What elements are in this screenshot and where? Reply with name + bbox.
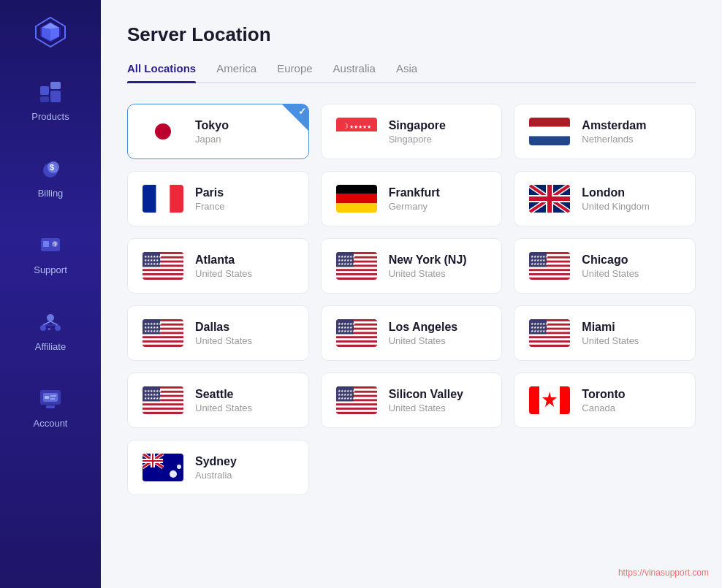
location-country-newyork: United States xyxy=(389,268,467,279)
svg-rect-69 xyxy=(336,271,377,273)
location-name-sydney: Sydney xyxy=(195,455,237,468)
location-country-toronto: Canada xyxy=(582,402,625,413)
location-name-miami: Miami xyxy=(582,321,639,334)
location-country-miami: United States xyxy=(582,335,639,346)
tab-all-locations[interactable]: All Locations xyxy=(127,62,196,82)
location-info-miami: Miami United States xyxy=(582,321,639,346)
locations-grid: Tokyo Japan ☽★★★★★ Singapore Singapore A… xyxy=(127,104,696,495)
location-card-atlanta[interactable]: ★★★★★★ ★★★★★ ★★★★★★ Atlanta United State… xyxy=(127,238,309,294)
location-country-sydney: Australia xyxy=(195,470,237,481)
svg-rect-154 xyxy=(142,460,163,462)
sidebar-item-support[interactable]: ? Support xyxy=(0,225,101,281)
location-country-dallas: United States xyxy=(195,335,252,346)
svg-rect-38 xyxy=(142,185,156,213)
svg-rect-52 xyxy=(529,196,570,201)
location-country-tokyo: Japan xyxy=(195,134,229,145)
svg-rect-102 xyxy=(336,338,377,340)
location-name-seattle: Seattle xyxy=(195,388,252,401)
location-info-london: London United Kingdom xyxy=(582,186,650,212)
location-card-amsterdam[interactable]: Amsterdam Netherlands xyxy=(514,104,696,159)
flag-atlanta: ★★★★★★ ★★★★★ ★★★★★★ xyxy=(142,252,183,280)
svg-text:★★★★★★: ★★★★★★ xyxy=(144,329,162,333)
sidebar-item-account-label: Account xyxy=(34,418,68,429)
flag-toronto xyxy=(529,386,570,414)
sidebar-item-account[interactable]: Account xyxy=(0,378,101,435)
svg-rect-37 xyxy=(529,136,570,145)
svg-point-155 xyxy=(170,470,177,478)
location-country-atlanta: United States xyxy=(195,268,252,279)
location-info-amsterdam: Amsterdam Netherlands xyxy=(582,119,646,145)
svg-rect-112 xyxy=(529,334,570,336)
location-country-losangeles: United States xyxy=(389,335,458,346)
location-tabs: All Locations America Europe Australia A… xyxy=(127,62,696,83)
location-name-losangeles: Los Angeles xyxy=(389,321,458,334)
location-country-london: United Kingdom xyxy=(582,201,650,212)
location-card-singapore[interactable]: ☽★★★★★ Singapore Singapore xyxy=(321,104,503,159)
svg-rect-125 xyxy=(142,410,183,412)
svg-rect-90 xyxy=(142,334,183,336)
tab-america[interactable]: America xyxy=(216,62,256,82)
location-card-miami[interactable]: ★★★★★★ ★★★★★ ★★★★★★ Miami United States xyxy=(514,305,696,361)
location-name-paris: Paris xyxy=(195,186,224,199)
svg-text:★★★★★★: ★★★★★★ xyxy=(338,396,356,400)
svg-point-17 xyxy=(40,325,46,331)
svg-rect-81 xyxy=(529,275,570,278)
svg-rect-141 xyxy=(529,386,539,414)
location-info-singapore: Singapore Singapore xyxy=(389,119,446,145)
flag-singapore: ☽★★★★★ xyxy=(336,118,377,145)
location-card-dallas[interactable]: ★★★★★★ ★★★★★ ★★★★★★ Dallas United States xyxy=(127,305,309,361)
sidebar-item-products-label: Products xyxy=(31,111,69,122)
svg-rect-124 xyxy=(142,405,183,408)
location-info-losangeles: Los Angeles United States xyxy=(389,321,458,346)
svg-rect-113 xyxy=(529,338,570,340)
flag-seattle: ★★★★★★ ★★★★★ ★★★★★★ xyxy=(142,386,183,414)
location-card-sydney[interactable]: Sydney Australia xyxy=(127,440,309,495)
location-card-chicago[interactable]: ★★★★★★ ★★★★★ ★★★★★★ Chicago United State… xyxy=(514,238,696,294)
location-name-atlanta: Atlanta xyxy=(195,253,252,267)
svg-text:★★★★★★: ★★★★★★ xyxy=(338,261,356,266)
tab-europe[interactable]: Europe xyxy=(277,62,312,82)
location-card-siliconvalley[interactable]: ★★★★★★ ★★★★★ ★★★★★★ Silicon Valley Unite… xyxy=(321,373,503,428)
tab-australia[interactable]: Australia xyxy=(333,62,376,82)
location-info-sydney: Sydney Australia xyxy=(195,455,237,481)
svg-rect-25 xyxy=(45,396,49,399)
location-card-paris[interactable]: Paris France xyxy=(127,171,309,226)
flag-losangeles: ★★★★★★ ★★★★★ ★★★★★★ xyxy=(336,319,377,347)
svg-rect-28 xyxy=(46,405,55,408)
svg-rect-70 xyxy=(336,275,377,278)
location-name-chicago: Chicago xyxy=(582,253,639,267)
svg-rect-32 xyxy=(336,131,377,145)
location-name-siliconvalley: Silicon Valley xyxy=(389,388,463,401)
location-card-toronto[interactable]: Toronto Canada xyxy=(514,373,696,428)
location-info-siliconvalley: Silicon Valley United States xyxy=(389,388,463,413)
svg-rect-123 xyxy=(142,401,183,403)
svg-rect-68 xyxy=(336,267,377,269)
svg-text:★★★★★★: ★★★★★★ xyxy=(144,261,162,266)
svg-rect-59 xyxy=(142,275,183,278)
location-info-toronto: Toronto Canada xyxy=(582,388,625,413)
svg-text:★★★★★★: ★★★★★★ xyxy=(338,329,356,333)
tab-asia[interactable]: Asia xyxy=(396,62,417,82)
sidebar-item-affiliate[interactable]: × Affiliate xyxy=(0,302,101,358)
svg-rect-8 xyxy=(50,91,61,102)
svg-rect-80 xyxy=(529,271,570,273)
location-info-frankfurt: Frankfurt Germany xyxy=(389,186,440,212)
location-card-tokyo[interactable]: Tokyo Japan xyxy=(127,104,309,159)
location-card-frankfurt[interactable]: Frankfurt Germany xyxy=(321,171,503,226)
location-card-seattle[interactable]: ★★★★★★ ★★★★★ ★★★★★★ Seattle United State… xyxy=(127,373,309,428)
svg-rect-101 xyxy=(336,334,377,336)
sidebar: Products $ Billing ? Support xyxy=(0,0,101,588)
location-card-newyork[interactable]: ★★★★★★ ★★★★★ ★★★★★★ New York (NJ) United… xyxy=(321,238,503,294)
sidebar-item-products[interactable]: Products xyxy=(0,72,101,128)
location-country-amsterdam: Netherlands xyxy=(582,134,646,145)
flag-paris xyxy=(142,185,183,213)
svg-rect-6 xyxy=(40,96,49,102)
location-card-losangeles[interactable]: ★★★★★★ ★★★★★ ★★★★★★ Los Angeles United S… xyxy=(321,305,503,361)
svg-point-16 xyxy=(47,314,54,321)
location-card-london[interactable]: London United Kingdom xyxy=(514,171,696,226)
location-info-chicago: Chicago United States xyxy=(582,253,639,279)
svg-rect-136 xyxy=(336,410,377,412)
page-title: Server Location xyxy=(127,23,696,46)
sidebar-item-billing[interactable]: $ Billing xyxy=(0,148,101,205)
flag-miami: ★★★★★★ ★★★★★ ★★★★★★ xyxy=(529,319,570,347)
